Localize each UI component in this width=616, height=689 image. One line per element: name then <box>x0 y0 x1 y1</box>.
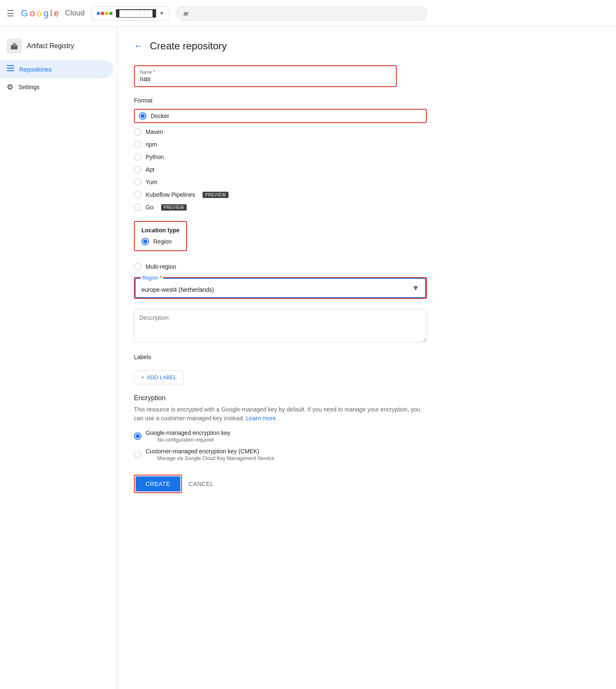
encryption-option-google[interactable]: Google-managed encryption key No configu… <box>134 429 427 443</box>
npm-label: npm <box>146 141 157 148</box>
sidebar-header: Artifact Registry <box>0 33 117 60</box>
format-radio-group: Docker Maven npm Python <box>134 109 427 211</box>
region-field-label: Region * <box>141 275 163 281</box>
apt-radio-circle <box>134 166 141 173</box>
region-select-container: Region * europe-west4 (Netherlands) us-c… <box>135 278 426 298</box>
format-option-apt[interactable]: Apt <box>134 166 427 173</box>
npm-radio-circle <box>134 141 141 148</box>
yum-label: Yum <box>146 179 157 185</box>
format-option-npm[interactable]: npm <box>134 141 427 148</box>
project-dots <box>97 12 113 15</box>
dropdown-arrow-icon: ▼ <box>159 10 164 16</box>
go-radio-circle <box>134 203 141 211</box>
location-type-title: Location type <box>141 227 180 234</box>
cmek-label: Customer-managed encryption key (CMEK) <box>146 448 275 455</box>
kubeflow-radio-circle <box>134 191 141 198</box>
project-selector[interactable]: ████████ ▼ <box>91 6 169 21</box>
docker-radio-circle <box>139 112 146 120</box>
kubeflow-label: Kubeflow Pipelines <box>146 191 195 198</box>
kubeflow-preview-badge: PREVIEW <box>203 192 228 198</box>
menu-icon[interactable]: ☰ <box>7 8 14 18</box>
format-option-maven[interactable]: Maven <box>134 128 427 136</box>
sidebar-item-repositories[interactable]: Repositories <box>0 60 113 78</box>
format-label: Format <box>134 97 427 104</box>
format-option-yum[interactable]: Yum <box>134 178 427 186</box>
multiregion-radio-circle <box>134 263 141 270</box>
go-label: Go <box>146 204 154 211</box>
learn-more-link[interactable]: Learn more <box>246 415 276 422</box>
sidebar-settings-label: Settings <box>18 84 40 90</box>
project-name: ████████ <box>116 9 156 18</box>
go-preview-badge: PREVIEW <box>161 204 187 211</box>
region-select[interactable]: europe-west4 (Netherlands) us-central1 (… <box>136 279 425 297</box>
action-buttons: CREATE CANCEL <box>134 475 427 493</box>
encryption-section: Encryption This resource is encrypted wi… <box>134 394 427 461</box>
svg-rect-2 <box>13 43 15 44</box>
svg-rect-4 <box>7 68 14 69</box>
maven-label: Maven <box>146 129 163 135</box>
multiregion-label: Multi-region <box>146 263 176 270</box>
apt-label: Apt <box>146 166 154 173</box>
create-button-wrapper: CREATE <box>134 475 182 493</box>
format-section: Format Docker Maven npm <box>134 97 427 211</box>
create-repo-form: Name * Format Docker Maven <box>134 65 427 493</box>
location-region-option[interactable]: Region <box>141 238 180 245</box>
sidebar-repositories-label: Repositories <box>19 66 52 73</box>
cmek-sub: Manage via Google Cloud Key Management S… <box>157 455 275 461</box>
format-option-kubeflow[interactable]: Kubeflow Pipelines PREVIEW <box>134 191 427 198</box>
svg-rect-5 <box>7 70 14 71</box>
docker-label: Docker <box>151 113 169 119</box>
add-label-plus-icon: + <box>141 374 144 380</box>
encryption-title: Encryption <box>134 394 427 402</box>
google-logo: Google Cloud <box>21 8 85 19</box>
yum-radio-circle <box>134 178 141 186</box>
back-button[interactable]: ← <box>134 41 143 51</box>
format-option-go[interactable]: Go PREVIEW <box>134 203 427 211</box>
sidebar-title: Artifact Registry <box>27 42 74 50</box>
maven-radio-circle <box>134 128 141 136</box>
location-type-section: Location type Region Multi-region <box>134 221 427 270</box>
cancel-button[interactable]: CANCEL <box>189 481 214 487</box>
create-button[interactable]: CREATE <box>136 476 180 491</box>
name-input[interactable] <box>140 75 391 83</box>
google-encryption-radio <box>134 432 141 440</box>
labels-label: Labels <box>134 354 427 360</box>
description-textarea[interactable] <box>134 309 427 342</box>
sidebar: Artifact Registry Repositories ⚙ Setting… <box>0 27 117 689</box>
encryption-option-cmek[interactable]: Customer-managed encryption key (CMEK) M… <box>134 448 427 461</box>
encryption-description: This resource is encrypted with a Google… <box>134 405 427 423</box>
name-field-wrapper: Name * <box>134 65 397 87</box>
topbar: ☰ Google Cloud ████████ ▼ <box>0 0 616 27</box>
labels-section: Labels + ADD LABEL <box>134 354 427 384</box>
sidebar-item-settings[interactable]: ⚙ Settings <box>0 78 113 96</box>
location-multiregion-option[interactable]: Multi-region <box>134 263 427 270</box>
search-input[interactable] <box>176 6 427 21</box>
artifact-registry-icon <box>7 39 22 54</box>
add-label-button[interactable]: + ADD LABEL <box>134 370 184 384</box>
region-wrapper: Region * europe-west4 (Netherlands) us-c… <box>134 277 427 299</box>
google-encryption-sub: No configuration required <box>157 437 230 443</box>
python-label: Python <box>146 154 164 160</box>
google-encryption-label: Google-managed encryption key <box>146 429 230 436</box>
location-type-wrapper: Location type Region <box>134 221 187 251</box>
main-content: ← Create repository Name * Format Docker <box>117 27 616 689</box>
settings-icon: ⚙ <box>7 82 13 92</box>
python-radio-circle <box>134 153 141 161</box>
repositories-icon <box>7 64 14 74</box>
page-header: ← Create repository <box>134 40 599 52</box>
name-field-label: Name * <box>140 69 391 75</box>
add-label-text: ADD LABEL <box>147 374 177 380</box>
format-option-python[interactable]: Python <box>134 153 427 161</box>
region-label: Region <box>153 238 172 245</box>
cmek-radio <box>134 451 141 458</box>
region-radio-circle <box>141 238 149 245</box>
svg-rect-3 <box>7 65 14 66</box>
format-option-docker[interactable]: Docker <box>134 109 427 123</box>
layout: Artifact Registry Repositories ⚙ Setting… <box>0 27 616 689</box>
page-title: Create repository <box>150 40 227 52</box>
